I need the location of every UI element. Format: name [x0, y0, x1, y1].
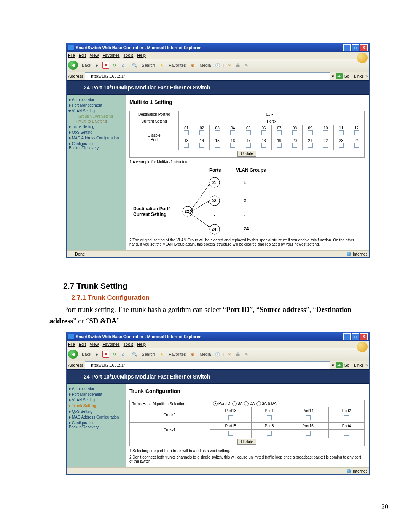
- port-cell[interactable]: 17: [241, 137, 256, 150]
- print-icon[interactable]: 🖶: [235, 351, 241, 357]
- forward-button[interactable]: ▸: [95, 62, 100, 69]
- media-label[interactable]: Media: [198, 351, 212, 357]
- trunk0-checkbox[interactable]: [344, 415, 349, 420]
- nav-config-backup[interactable]: Configuration Backup/Recovery: [67, 420, 126, 430]
- trunk0-checkbox[interactable]: [306, 415, 311, 420]
- port-cell[interactable]: 24: [349, 137, 365, 150]
- nav-administrator[interactable]: Administrator: [67, 97, 126, 102]
- nav-qos-setting[interactable]: QoS Setting: [67, 129, 126, 135]
- nav-vlan-setting[interactable]: VLAN Setting: [67, 397, 126, 403]
- port-cell[interactable]: 13: [179, 137, 194, 150]
- menu-bar[interactable]: File Edit View Favorites Tools Help: [67, 52, 369, 59]
- search-label[interactable]: Search: [140, 351, 156, 357]
- port-cell[interactable]: 02: [194, 125, 210, 137]
- port-cell[interactable]: 19: [271, 137, 287, 150]
- port-cell[interactable]: 16: [225, 137, 241, 150]
- links-label[interactable]: Links: [354, 74, 364, 78]
- menu-edit[interactable]: Edit: [79, 342, 86, 347]
- nav-vlan-setting[interactable]: VLAN Setting: [67, 108, 126, 114]
- menu-tools[interactable]: Tools: [124, 342, 134, 347]
- update-button[interactable]: Update: [237, 151, 256, 157]
- favorites-label[interactable]: Favorites: [167, 351, 187, 357]
- mail-icon[interactable]: ✉: [226, 62, 233, 68]
- stop-icon[interactable]: ✖: [102, 62, 109, 69]
- port-cell[interactable]: 08: [287, 125, 303, 137]
- minimize-button[interactable]: _: [343, 333, 351, 340]
- update-button[interactable]: Update: [237, 439, 256, 445]
- links-label[interactable]: Links: [354, 363, 364, 367]
- trunk0-checkbox[interactable]: [267, 415, 272, 420]
- media-icon[interactable]: ◉: [190, 351, 196, 357]
- favorites-label[interactable]: Favorites: [167, 62, 187, 68]
- nav-mac-address[interactable]: MAC Address Configuration: [67, 135, 126, 141]
- port-cell[interactable]: 03: [210, 125, 225, 137]
- favorites-icon[interactable]: ★: [159, 351, 165, 357]
- radio-da[interactable]: [244, 401, 249, 406]
- port-cell[interactable]: 18: [256, 137, 272, 150]
- port-cell[interactable]: 09: [303, 125, 318, 137]
- port-cell[interactable]: 22: [318, 137, 333, 150]
- trunk0-checkbox[interactable]: [228, 415, 233, 420]
- port-cell[interactable]: 05: [241, 125, 256, 137]
- port-cell[interactable]: 06: [256, 125, 272, 137]
- port-cell[interactable]: 14: [194, 137, 210, 150]
- close-button[interactable]: X: [360, 333, 368, 340]
- nav-port-management[interactable]: Port Management: [67, 102, 126, 108]
- dest-port-select[interactable]: 01 ▾: [264, 112, 279, 117]
- port-cell[interactable]: 12: [349, 125, 365, 137]
- port-cell[interactable]: 21: [303, 137, 318, 150]
- search-icon[interactable]: 🔍: [132, 351, 138, 357]
- trunk1-checkbox[interactable]: [306, 431, 311, 436]
- go-button[interactable]: ➜: [336, 73, 342, 79]
- nav-group-vlan[interactable]: Group VLAN Setting: [76, 114, 126, 119]
- back-button[interactable]: ◄: [68, 61, 78, 70]
- port-cell[interactable]: 04: [225, 125, 241, 137]
- nav-multi-to-1[interactable]: Multi to 1 Setting: [76, 119, 126, 124]
- search-label[interactable]: Search: [140, 62, 156, 68]
- close-button[interactable]: X: [360, 44, 368, 51]
- history-icon[interactable]: 🕑: [215, 351, 221, 357]
- media-label[interactable]: Media: [198, 62, 212, 68]
- mail-icon[interactable]: ✉: [226, 351, 233, 357]
- forward-button[interactable]: ▸: [95, 351, 100, 358]
- radio-sa[interactable]: [232, 401, 237, 406]
- home-icon[interactable]: ⌂: [120, 62, 126, 68]
- trunk1-checkbox[interactable]: [267, 431, 272, 436]
- nav-qos-setting[interactable]: QoS Setting: [67, 409, 126, 414]
- nav-trunk-setting[interactable]: Trunk Setting: [67, 124, 126, 129]
- menu-bar[interactable]: File Edit View Favorites Tools Help: [67, 341, 369, 348]
- go-button[interactable]: ➜: [336, 362, 342, 368]
- port-cell[interactable]: 15: [210, 137, 225, 150]
- nav-port-management[interactable]: Port Management: [67, 391, 126, 397]
- print-icon[interactable]: 🖶: [235, 62, 241, 68]
- refresh-icon[interactable]: ⟳: [112, 62, 118, 68]
- menu-tools[interactable]: Tools: [124, 53, 134, 58]
- favorites-icon[interactable]: ★: [159, 62, 165, 68]
- menu-file[interactable]: File: [68, 342, 75, 347]
- minimize-button[interactable]: _: [343, 44, 351, 51]
- menu-favorites[interactable]: Favorites: [102, 53, 119, 58]
- port-cell[interactable]: 10: [318, 125, 333, 137]
- menu-view[interactable]: View: [90, 342, 99, 347]
- port-cell[interactable]: 11: [333, 125, 349, 137]
- nav-mac-address[interactable]: MAC Address Configuration: [67, 414, 126, 420]
- port-cell[interactable]: 07: [271, 125, 287, 137]
- address-input[interactable]: http://192.168.2.1/: [85, 72, 330, 80]
- address-input[interactable]: http://192.168.2.1/: [85, 361, 330, 369]
- home-icon[interactable]: ⌂: [120, 351, 126, 357]
- menu-favorites[interactable]: Favorites: [102, 342, 119, 347]
- trunk1-checkbox[interactable]: [344, 431, 349, 436]
- menu-help[interactable]: Help: [137, 53, 146, 58]
- menu-view[interactable]: View: [90, 53, 99, 58]
- maximize-button[interactable]: □: [352, 333, 359, 340]
- menu-file[interactable]: File: [68, 53, 75, 58]
- port-cell[interactable]: 20: [287, 137, 303, 150]
- port-cell[interactable]: 01: [179, 125, 194, 137]
- edit-icon[interactable]: ✎: [243, 62, 249, 68]
- nav-config-backup[interactable]: Configuration Backup/Recovery: [67, 141, 126, 151]
- media-icon[interactable]: ◉: [190, 62, 196, 68]
- radio-port-id[interactable]: [213, 401, 218, 406]
- edit-icon[interactable]: ✎: [243, 351, 249, 357]
- alg-options[interactable]: Port ID SA DA SA & DA: [210, 400, 365, 407]
- nav-trunk-setting[interactable]: Trunk Setting: [67, 403, 126, 409]
